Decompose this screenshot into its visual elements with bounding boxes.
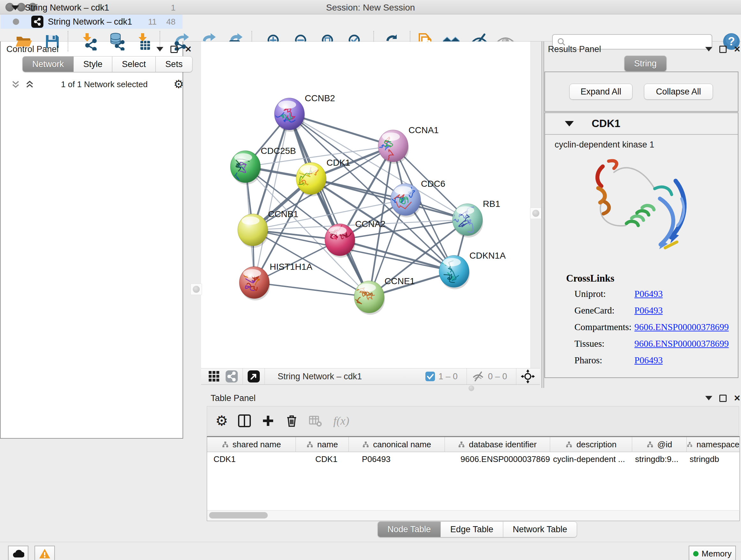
show-columns-icon[interactable] (238, 414, 252, 428)
network-node-cdc25b[interactable]: CDC25B (230, 146, 296, 185)
panel-float-icon[interactable] (719, 395, 727, 402)
expand-all-icon[interactable] (24, 79, 35, 90)
results-panel-tabs: String (624, 56, 667, 71)
fit-content-crosshair-icon[interactable] (521, 369, 535, 383)
crosslink-link[interactable]: 9606.ENSP00000378699 (634, 338, 729, 349)
table-header-row: shared name name canonical name database… (207, 437, 739, 452)
node-label: CCNE1 (385, 276, 415, 286)
panel-close-icon[interactable]: ✕ (185, 45, 192, 53)
tab-network-table[interactable]: Network Table (503, 521, 577, 537)
column-header[interactable]: database identifier (445, 437, 550, 452)
delete-trash-icon[interactable] (285, 414, 299, 428)
tab-style[interactable]: Style (74, 56, 112, 72)
network-node-rb1[interactable]: RB1 (449, 199, 500, 238)
tab-string[interactable]: String (624, 56, 667, 71)
panel-float-icon[interactable] (719, 46, 727, 53)
network-view-toolbar: String Network – cdk1 1 – 0 0 – 0 (201, 368, 540, 385)
node-label: CDK1 (327, 158, 350, 168)
function-builder-icon-disabled: f(x) (333, 414, 349, 428)
scrollbar-thumb[interactable] (209, 512, 268, 518)
network-row-selected[interactable]: String Network – cdk1 11 48 (1, 15, 183, 29)
network-edge[interactable] (289, 114, 393, 146)
crosslink-link[interactable]: P06493 (634, 355, 663, 366)
tab-node-table[interactable]: Node Table (378, 521, 441, 537)
column-header[interactable]: namespace (686, 437, 739, 452)
table-cell[interactable]: stringdb:9... (632, 452, 686, 466)
column-header[interactable]: @id (632, 437, 686, 452)
panel-collapse-icon[interactable] (705, 47, 712, 51)
collection-expand-caret[interactable] (11, 5, 19, 10)
left-splitter-handle[interactable] (191, 284, 202, 295)
crosslink-label: Tissues: (575, 338, 634, 349)
string-style-icon[interactable] (225, 370, 238, 383)
tab-sets[interactable]: Sets (156, 56, 192, 72)
panel-float-icon[interactable] (171, 46, 178, 53)
right-splitter-strip (530, 42, 541, 368)
birds-eye-view-icon[interactable] (247, 370, 260, 383)
crosslink-row: GeneCard: P06493 (566, 305, 729, 322)
panel-close-icon[interactable]: ✕ (734, 45, 741, 53)
node-label: CDKN1A (469, 251, 506, 260)
network-node-ccna1[interactable]: CCNA1 (378, 125, 439, 164)
tab-network[interactable]: Network (22, 56, 74, 72)
network-edge[interactable] (254, 114, 289, 283)
grid-view-icon[interactable] (208, 370, 220, 382)
table-cell[interactable]: cyclin-dependent ... (550, 452, 632, 466)
gear-icon[interactable]: ⚙ (174, 78, 184, 91)
network-edge[interactable] (254, 283, 369, 297)
protein-structure-image (563, 152, 716, 267)
add-column-icon[interactable] (261, 414, 275, 428)
tab-select[interactable]: Select (112, 56, 156, 72)
collection-count: 1 (171, 3, 176, 13)
delete-table-icon-disabled (308, 414, 322, 428)
cloud-status-button[interactable] (8, 546, 28, 560)
bottom-splitter-handle[interactable] (468, 385, 474, 391)
table-settings-gear-icon[interactable]: ⚙ (215, 414, 228, 428)
table-panel-window-icons: ✕ (705, 394, 741, 402)
import-table-icon[interactable] (135, 33, 153, 51)
right-splitter-handle[interactable] (530, 207, 542, 219)
crosslink-link[interactable]: P06493 (634, 305, 663, 316)
collapse-all-icon[interactable] (10, 79, 21, 90)
import-network-file-icon[interactable] (80, 33, 98, 51)
column-header[interactable]: name (295, 437, 348, 452)
protein-collapse-caret[interactable] (565, 121, 574, 126)
warnings-button[interactable] (35, 546, 55, 560)
results-panel-title: Results Panel (548, 44, 601, 54)
table-cell[interactable]: stringdb (686, 452, 739, 466)
network-selection-status: 1 of 1 Network selected (35, 79, 174, 89)
column-header[interactable]: description (550, 437, 632, 452)
collapse-all-button[interactable]: Collapse All (644, 84, 713, 100)
crosslink-link[interactable]: P06493 (634, 289, 663, 299)
crosslink-link[interactable]: 9606.ENSP00000378699 (634, 322, 729, 332)
table-cell[interactable]: CDK1 (207, 452, 295, 466)
panel-collapse-icon[interactable] (156, 47, 163, 51)
column-header[interactable]: shared name (207, 437, 295, 452)
table-cell[interactable]: 9606.ENSP00000378699 (445, 452, 550, 466)
hidden-items-eye-icon[interactable] (471, 370, 485, 383)
table-row[interactable]: CDK1 CDK1 P06493 9606.ENSP00000378699 cy… (207, 452, 739, 466)
control-panel-title: Control Panel (6, 44, 59, 54)
control-panel-tabs: Network Style Select Sets (22, 56, 192, 72)
crosslinks-title: CrossLinks (566, 273, 729, 284)
network-view-canvas[interactable]: CCNB2CCNA1CDC25BCDK1CDC6RB1CCNB1CCNA2CDK… (201, 42, 530, 368)
panel-collapse-icon[interactable] (705, 396, 712, 400)
selected-checkbox-icon[interactable] (425, 371, 435, 381)
crosslink-label: Compartments: (575, 322, 634, 332)
toolbar-separator (265, 368, 265, 384)
memory-button[interactable]: Memory (689, 546, 736, 560)
panel-close-icon[interactable]: ✕ (734, 394, 741, 402)
results-panel-divider[interactable] (542, 42, 544, 388)
table-horizontal-scrollbar[interactable] (207, 510, 740, 521)
column-header[interactable]: canonical name (348, 437, 445, 452)
import-network-database-icon[interactable] (108, 33, 126, 51)
expand-all-button[interactable]: Expand All (569, 84, 632, 100)
protein-card-header[interactable]: CDK1 (545, 113, 738, 135)
tab-edge-table[interactable]: Edge Table (441, 521, 503, 537)
table-cell[interactable]: P06493 (348, 452, 445, 466)
memory-status-dot (693, 551, 698, 557)
table-cell[interactable]: CDK1 (295, 452, 348, 466)
network-collection-row[interactable]: String Network – cdk1 1 (1, 1, 183, 15)
network-node-hist1h1a[interactable]: HIST1H1A (239, 262, 313, 300)
crosslink-row: Pharos: P06493 (566, 355, 729, 372)
